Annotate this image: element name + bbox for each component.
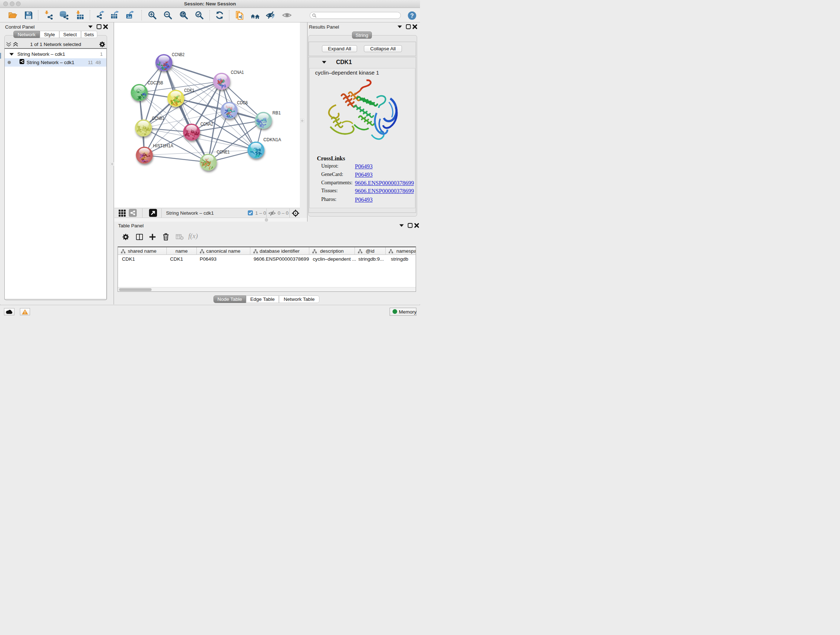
svg-text:RB1: RB1	[272, 110, 281, 116]
svg-text:HIST1H1A: HIST1H1A	[153, 143, 173, 149]
svg-text:CCNB2: CCNB2	[172, 52, 185, 57]
svg-text:CDKN1A: CDKN1A	[264, 137, 281, 142]
svg-text:CCNB1: CCNB1	[152, 116, 164, 121]
svg-text:CCNA2: CCNA2	[201, 121, 213, 127]
svg-text:?: ?	[410, 13, 414, 19]
svg-text:CCNA1: CCNA1	[231, 70, 244, 75]
svg-text:CDC25B: CDC25B	[148, 80, 163, 86]
svg-text:CDK1: CDK1	[184, 88, 194, 93]
svg-text:CCNE1: CCNE1	[217, 149, 230, 155]
svg-text:CDC6: CDC6	[237, 100, 248, 105]
